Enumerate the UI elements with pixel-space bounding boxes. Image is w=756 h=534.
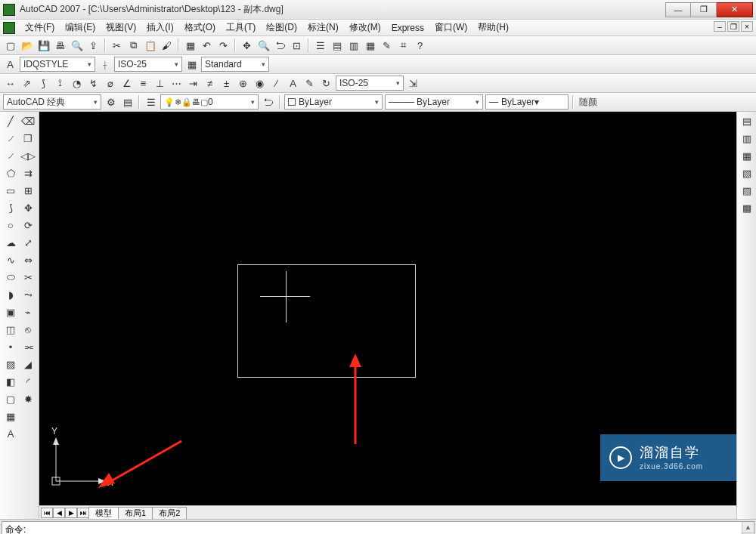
zoomprev-icon[interactable]: ⮌ — [273, 39, 287, 53]
tab-nav-prev[interactable]: ◀ — [53, 508, 65, 518]
pan-icon[interactable]: ✥ — [240, 39, 254, 53]
dim-update2-icon[interactable]: ⇲ — [406, 76, 420, 91]
mdi-close-button[interactable]: × — [741, 21, 753, 32]
menu-express[interactable]: Express — [386, 21, 429, 35]
dim-radius-icon[interactable]: ◔ — [70, 76, 84, 91]
menu-format[interactable]: 格式(O) — [179, 20, 221, 35]
menu-dim[interactable]: 标注(N) — [302, 20, 344, 35]
block-icon[interactable]: ◫ — [3, 322, 18, 337]
layer-props-icon[interactable]: ☰ — [144, 95, 158, 110]
blockeditor-icon[interactable]: ▦ — [183, 39, 197, 53]
fillet-icon[interactable]: ◜ — [20, 374, 36, 389]
dim-arc-icon[interactable]: ⟆ — [36, 76, 51, 91]
gradient-icon[interactable]: ◧ — [3, 374, 18, 389]
arc-icon[interactable]: ⟆ — [3, 200, 18, 215]
revcloud-icon[interactable]: ☁ — [3, 235, 18, 250]
close-button[interactable]: ✕ — [717, 2, 753, 17]
rotate-icon[interactable]: ⟳ — [20, 218, 36, 233]
dim-ord-icon[interactable]: ⟟ — [53, 76, 67, 91]
menu-window[interactable]: 窗口(W) — [429, 20, 472, 35]
menu-file[interactable]: 文件(F) — [20, 20, 60, 35]
dimstyle-combo[interactable]: ISO-25▾ — [114, 57, 182, 72]
stretch-icon[interactable]: ⇔ — [20, 252, 36, 267]
dim-aligned-icon[interactable]: ⇗ — [20, 76, 34, 91]
tab-layout1[interactable]: 布局1 — [118, 507, 153, 519]
mdi-restore-button[interactable]: ❐ — [727, 21, 739, 32]
menu-modify[interactable]: 修改(M) — [344, 20, 386, 35]
markup-icon[interactable]: ✎ — [380, 39, 394, 53]
array-icon[interactable]: ⊞ — [20, 183, 36, 198]
r1-icon[interactable]: ▤ — [739, 113, 754, 128]
maximize-button[interactable]: ❐ — [691, 2, 717, 17]
qcalc-icon[interactable]: ⌗ — [396, 39, 411, 53]
r3-icon[interactable]: ▦ — [739, 148, 754, 163]
xline-icon[interactable]: ⟋ — [3, 131, 18, 146]
command-text[interactable]: 命令: 命令: _bhatch 拾取内部点或 [选择对象(S)/删除边界(B)]… — [2, 521, 754, 534]
dim-linear-icon[interactable]: ↔ — [3, 76, 17, 91]
ws-settings-icon[interactable]: ⚙ — [104, 95, 118, 110]
move-icon[interactable]: ✥ — [20, 200, 36, 215]
dim-break-icon[interactable]: ≠ — [203, 76, 217, 91]
command-scrollbar[interactable]: ▲ ▼ — [742, 522, 754, 534]
color-combo[interactable]: ByLayer▾ — [284, 94, 383, 110]
point-icon[interactable]: • — [3, 339, 18, 354]
dim-tedit-icon[interactable]: ✎ — [302, 76, 317, 91]
hatch-icon[interactable]: ▨ — [3, 357, 18, 372]
mdi-min-button[interactable]: – — [714, 21, 726, 32]
layer-prev-icon[interactable]: ⮌ — [261, 95, 275, 110]
menu-tools[interactable]: 工具(T) — [221, 20, 261, 35]
preview-icon[interactable]: 🔍 — [70, 39, 84, 53]
dim-jog-icon[interactable]: ↯ — [86, 76, 101, 91]
trim-icon[interactable]: ✂ — [20, 270, 36, 285]
layer-combo[interactable]: 💡❄🔒🖶▢ 0▾ — [160, 94, 259, 110]
chamfer-icon[interactable]: ◢ — [20, 357, 36, 372]
scroll-up-icon[interactable]: ▲ — [742, 522, 754, 533]
workspace-combo[interactable]: AutoCAD 经典▾ — [3, 94, 101, 110]
copy-icon[interactable]: ⧉ — [126, 39, 141, 53]
dim-diam-icon[interactable]: ⌀ — [103, 76, 117, 91]
r4-icon[interactable]: ▧ — [739, 165, 754, 181]
join-icon[interactable]: ⫘ — [20, 339, 36, 354]
tablestyle-icon[interactable]: ▦ — [184, 57, 199, 72]
menu-view[interactable]: 视图(V) — [101, 20, 141, 35]
propspal-icon[interactable]: ☰ — [313, 39, 327, 53]
dim-oblique-icon[interactable]: ∕ — [269, 76, 284, 91]
tab-nav-last[interactable]: ⏭ — [77, 508, 89, 518]
ellarc-icon[interactable]: ◗ — [3, 287, 18, 302]
mtext-icon[interactable]: A — [3, 426, 18, 441]
dim-tol-icon[interactable]: ± — [219, 76, 234, 91]
help-icon[interactable]: ? — [413, 39, 427, 53]
r5-icon[interactable]: ▨ — [739, 183, 754, 198]
tab-model[interactable]: 模型 — [88, 507, 119, 519]
line-icon[interactable]: ╱ — [3, 113, 18, 128]
lineweight-combo[interactable]: — ByLayer▾ — [485, 94, 569, 110]
plot-icon[interactable]: 🖶 — [53, 39, 67, 53]
dimstyle-icon[interactable]: ⟊ — [98, 57, 112, 72]
extend-icon[interactable]: ⤳ — [20, 287, 36, 302]
open-icon[interactable]: 📂 — [20, 39, 34, 53]
rect-icon[interactable]: ▭ — [3, 183, 18, 198]
insert-icon[interactable]: ▣ — [3, 304, 18, 319]
cut-icon[interactable]: ✂ — [110, 39, 124, 53]
ellipse-icon[interactable]: ⬭ — [3, 270, 18, 285]
dim-space-icon[interactable]: ⇥ — [186, 76, 200, 91]
linetype-combo[interactable]: ——— ByLayer▾ — [385, 94, 483, 110]
ssm-icon[interactable]: ▦ — [363, 39, 377, 53]
undo-icon[interactable]: ↶ — [200, 39, 214, 53]
erase-icon[interactable]: ⌫ — [20, 113, 36, 128]
drawn-rectangle[interactable] — [237, 264, 416, 378]
dim-edit-icon[interactable]: A — [286, 76, 300, 91]
dim-ang-icon[interactable]: ∠ — [119, 76, 134, 91]
zoomwin-icon[interactable]: ⊡ — [290, 39, 304, 53]
r2-icon[interactable]: ▥ — [739, 131, 754, 146]
r6-icon[interactable]: ▩ — [739, 200, 754, 215]
dim-style-combo[interactable]: ISO-25▾ — [336, 76, 404, 91]
menu-draw[interactable]: 绘图(D) — [261, 20, 302, 35]
zoomrt-icon[interactable]: 🔍 — [256, 39, 271, 53]
mirror-icon[interactable]: ◁▷ — [20, 148, 36, 163]
menu-help[interactable]: 帮助(H) — [472, 20, 514, 35]
copy2-icon[interactable]: ❐ — [20, 131, 36, 146]
dim-update-icon[interactable]: ↻ — [319, 76, 333, 91]
break-icon[interactable]: ⎋ — [20, 322, 36, 337]
pline-icon[interactable]: ⟋ — [3, 148, 18, 163]
